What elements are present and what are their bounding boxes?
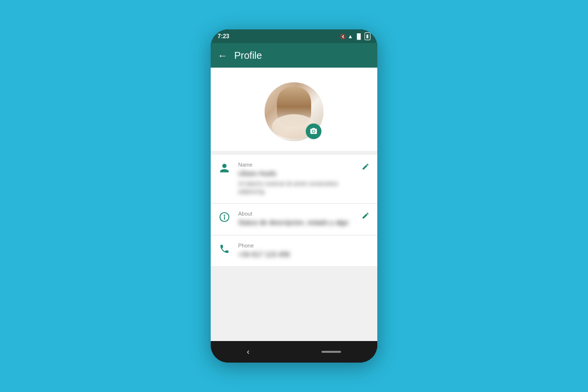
about-label: About — [238, 211, 354, 217]
name-row[interactable]: Name Ulises Huels Ut laboris nostrud sit… — [211, 155, 377, 203]
about-row[interactable]: About Status de descripcion, estado y al… — [211, 204, 377, 235]
page-title: Profile — [234, 50, 262, 61]
name-value-extra: Ut laboris nostrud sit amet consectetur … — [238, 180, 354, 196]
bottom-nav: ‹ — [211, 341, 377, 363]
status-icons: 🔇 ▲ ▐▌ ▮ — [340, 32, 370, 40]
phone-icon — [219, 244, 230, 257]
about-text: About Status de descripcion, estado y al… — [238, 211, 354, 228]
name-label: Name — [238, 162, 354, 168]
phone-text: Phone +34 617 123 456 — [238, 243, 369, 260]
status-bar: 7:23 🔇 ▲ ▐▌ ▮ — [211, 29, 377, 43]
nav-home-pill — [321, 351, 341, 353]
phone-value: +34 617 123 456 — [238, 250, 369, 260]
battery-icon: ▮ — [365, 32, 370, 40]
camera-button[interactable] — [306, 123, 321, 139]
phone-row[interactable]: Phone +34 617 123 456 — [211, 236, 377, 267]
name-text: Name Ulises Huels Ut laboris nostrud sit… — [238, 162, 354, 196]
name-value: Ulises Huels — [238, 169, 354, 179]
nav-back-button[interactable]: ‹ — [247, 347, 249, 356]
info-sections: Name Ulises Huels Ut laboris nostrud sit… — [211, 155, 377, 266]
status-time: 7:23 — [218, 33, 229, 40]
about-edit-icon — [362, 212, 369, 221]
phone-container: 7:23 🔇 ▲ ▐▌ ▮ ← Profile — [211, 29, 377, 363]
person-icon — [219, 163, 230, 176]
mute-icon: 🔇 — [340, 34, 346, 39]
phone-label: Phone — [238, 243, 369, 248]
wifi-icon: ▲ — [348, 33, 353, 39]
avatar-section — [211, 68, 377, 151]
app-bar: ← Profile — [211, 43, 377, 68]
edit-icon — [362, 163, 369, 172]
info-icon — [219, 212, 230, 225]
avatar-wrapper — [265, 82, 323, 141]
about-value: Status de descripcion, estado y algo — [238, 218, 354, 228]
back-button[interactable]: ← — [218, 50, 227, 61]
main-content: Name Ulises Huels Ut laboris nostrud sit… — [211, 68, 377, 341]
camera-icon — [310, 127, 318, 135]
signal-icon: ▐▌ — [355, 33, 363, 39]
